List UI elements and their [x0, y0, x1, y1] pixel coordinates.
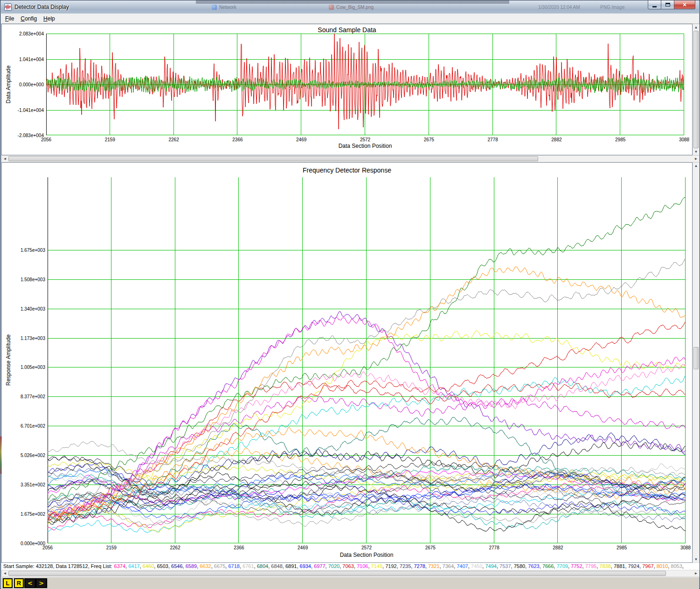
freq-value: 7020 — [328, 563, 340, 569]
glass-date-label: 1/30/2020 12:04 AM — [538, 5, 580, 10]
x-tick-label: 2882 — [553, 545, 563, 550]
maximize-button[interactable] — [661, 0, 674, 9]
freq-value: 6675 — [214, 563, 225, 569]
x-tick-label: 2159 — [106, 545, 117, 550]
bottom-chart-vscrollbar[interactable]: ▲ ▼ — [693, 162, 700, 563]
scrollbar-thumb[interactable] — [8, 156, 538, 161]
y-tick-label: -2.083e+004 — [11, 133, 44, 138]
x-tick-label: 2985 — [615, 137, 625, 142]
bottom-chart-xlabel: Data Section Position — [48, 552, 686, 558]
freq-value: 7063 — [342, 563, 353, 569]
x-tick-label: 3088 — [679, 137, 689, 142]
scrollbar-thumb[interactable] — [693, 347, 699, 369]
freq-value: 7364 — [443, 563, 454, 569]
detector-response-plot[interactable] — [48, 177, 686, 543]
x-tick-label: 2262 — [168, 137, 179, 142]
y-tick-label: 3.351e+002 — [13, 482, 45, 487]
top-chart-hscrollbar[interactable]: ◄ ► — [1, 155, 700, 162]
menu-item-config[interactable]: Config — [17, 14, 40, 23]
scroll-up-icon[interactable]: ▲ — [693, 24, 699, 30]
y-tick-label: 0.000e+000 — [11, 82, 44, 87]
right-channel-button[interactable]: R — [14, 578, 24, 588]
bottom-chart-hscrollbar[interactable]: ◄ ► — [1, 570, 700, 577]
freq-value: 7580 — [514, 563, 525, 569]
glass-file-label: Cow_Big_SM.png — [336, 5, 374, 10]
freq-value: 7235 — [400, 563, 411, 569]
x-tick-label: 2882 — [551, 137, 561, 142]
freq-value: 6761 — [243, 563, 254, 569]
x-tick-label: 2778 — [489, 545, 499, 550]
freq-value: 7450 — [471, 563, 482, 569]
menu-item-help[interactable]: Help — [40, 14, 58, 23]
file-icon — [329, 5, 334, 10]
y-tick-label: 5.026e+002 — [13, 453, 45, 458]
top-chart-vscrollbar[interactable]: ▲ ▼ — [693, 24, 700, 155]
freq-value: 7752 — [571, 563, 582, 569]
freq-value: 6589 — [186, 563, 197, 569]
close-button[interactable]: × — [674, 0, 695, 9]
network-icon — [212, 5, 217, 10]
freq-value: 7192 — [385, 563, 396, 569]
y-tick-label: 1.675e+003 — [13, 248, 45, 253]
prev-button[interactable]: < — [24, 578, 36, 588]
freq-value: 7795 — [585, 563, 596, 569]
bottom-chart-ylabel: Response Amplitude — [5, 334, 12, 386]
y-tick-label: 6.701e+002 — [13, 423, 45, 429]
freq-value: 7967 — [642, 563, 653, 569]
x-tick-label: 2159 — [105, 137, 115, 142]
scroll-right-icon[interactable]: ► — [693, 156, 699, 162]
freq-value: 7494 — [485, 563, 496, 569]
minimize-button[interactable] — [648, 0, 661, 9]
window-controls: × — [648, 0, 695, 9]
x-tick-label: 2985 — [617, 545, 627, 550]
maximize-icon — [665, 3, 670, 7]
scroll-left-icon[interactable]: ◄ — [2, 570, 8, 576]
left-channel-button[interactable]: L — [3, 578, 13, 588]
freq-value: 6804 — [257, 563, 268, 569]
x-tick-label: 3088 — [680, 545, 691, 550]
next-button[interactable]: > — [35, 578, 47, 588]
scroll-down-icon[interactable]: ▼ — [693, 556, 699, 562]
scroll-left-icon[interactable]: ◄ — [2, 156, 8, 162]
close-icon: × — [683, 1, 686, 9]
y-tick-label: -1.041e+004 — [11, 108, 44, 113]
y-tick-label: 1.675e+002 — [13, 512, 45, 517]
status-prefix: Start Sample: 432128, Data 1728512, Freq… — [3, 563, 112, 569]
freq-value: 6546 — [171, 563, 182, 569]
freq-value: 6632 — [200, 563, 211, 569]
detector-response-panel: Frequency Detector Response Response Amp… — [1, 162, 693, 563]
freq-value: 7709 — [556, 563, 568, 569]
status-bar: Start Sample: 432128, Data 1728512, Freq… — [1, 563, 700, 570]
sound-sample-panel: Sound Sample Data Data Amplitude Data Se… — [1, 24, 693, 155]
freq-value: 6891 — [285, 563, 297, 569]
desktop-edge-artifact — [0, 437, 2, 474]
bottom-chart-title: Frequency Detector Response — [2, 166, 692, 174]
x-tick-label: 2366 — [234, 545, 244, 550]
freq-value: 6934 — [300, 563, 311, 569]
scrollbar-thumb[interactable] — [693, 31, 699, 148]
freq-separator: , — [682, 563, 684, 569]
menu-bar: FileConfigHelp — [1, 14, 699, 24]
freq-value: 6977 — [314, 563, 325, 569]
scroll-up-icon[interactable]: ▲ — [693, 163, 699, 169]
y-tick-label: 1.340e+003 — [13, 306, 45, 312]
freq-value: 8010 — [657, 563, 668, 569]
y-tick-label: 1.041e+004 — [11, 57, 44, 62]
freq-value: 6718 — [228, 563, 239, 569]
freq-value: 7149 — [371, 563, 382, 569]
x-tick-label: 2262 — [170, 545, 180, 550]
title-bar[interactable]: Network Cow_Big_SM.png 1/30/2020 12:04 A… — [1, 0, 699, 14]
y-tick-label: 1.508e+003 — [13, 277, 45, 282]
sound-sample-plot[interactable] — [46, 34, 684, 135]
scrollbar-thumb[interactable] — [8, 571, 666, 576]
y-tick-label: 0.000e+000 — [13, 541, 45, 546]
app-icon — [4, 3, 12, 11]
x-tick-label: 2366 — [232, 137, 243, 142]
x-tick-label: 2675 — [425, 545, 436, 550]
glass-network-label: Network — [219, 5, 236, 10]
scroll-right-icon[interactable]: ► — [693, 570, 699, 576]
freq-value: 7106 — [357, 563, 368, 569]
scroll-down-icon[interactable]: ▼ — [693, 149, 699, 155]
freq-value: 7666 — [542, 563, 554, 569]
menu-item-file[interactable]: File — [2, 14, 17, 23]
